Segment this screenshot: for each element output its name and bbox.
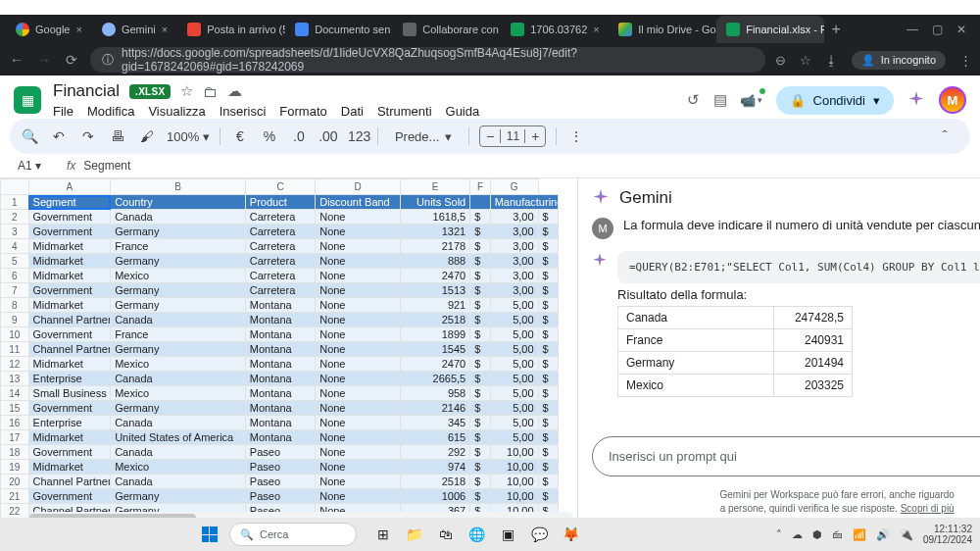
browser-tab[interactable]: 1706.03762× (501, 16, 609, 43)
col-header[interactable]: B (111, 179, 246, 195)
cell[interactable]: 1321 (400, 225, 469, 239)
cell[interactable]: Montana (245, 372, 315, 386)
font-size-plus[interactable]: + (525, 128, 545, 144)
cell[interactable]: None (316, 327, 401, 342)
paint-format-icon[interactable]: 🖌 (137, 128, 157, 144)
font-size-control[interactable]: −11+ (479, 125, 546, 147)
cell[interactable]: $ (470, 298, 490, 313)
row-header[interactable]: 1 (1, 195, 29, 210)
cell[interactable]: Channel Partners (28, 342, 111, 357)
collapse-toolbar-icon[interactable]: ˆ (935, 128, 955, 144)
whatsapp-icon[interactable]: 💬 (529, 524, 551, 545)
cell[interactable]: Germany (111, 489, 246, 504)
cell[interactable]: Montana (245, 342, 315, 357)
row-header[interactable]: 5 (1, 254, 29, 269)
cell[interactable]: None (316, 254, 401, 269)
cell[interactable]: 958 (400, 386, 469, 401)
cell[interactable]: Segment (28, 195, 111, 210)
cell[interactable]: Midmarket (28, 254, 111, 269)
formula-bar[interactable]: Segment (83, 159, 130, 173)
tab-close-icon[interactable]: × (162, 24, 168, 35)
cell[interactable]: None (316, 269, 401, 283)
toolbar-more-icon[interactable]: ⋮ (566, 128, 586, 144)
cell[interactable]: $ (470, 401, 490, 416)
browser-tab[interactable]: Documento sen× (285, 16, 393, 43)
language-icon[interactable]: 🖮 (832, 528, 843, 540)
gemini-spark-icon[interactable] (907, 91, 925, 109)
cell[interactable]: 5,00 (490, 298, 538, 313)
cell[interactable]: Montana (245, 430, 315, 445)
cell[interactable]: $ (538, 475, 558, 489)
start-button[interactable] (196, 523, 223, 546)
cell[interactable]: 3,00 (490, 283, 538, 298)
cell[interactable]: $ (470, 327, 490, 342)
cell[interactable]: None (316, 445, 401, 460)
undo-icon[interactable]: ↶ (49, 128, 69, 144)
cell[interactable]: Midmarket (28, 298, 111, 313)
cell[interactable]: France (111, 327, 246, 342)
cell[interactable]: Germany (111, 225, 246, 239)
cell[interactable]: 5,00 (490, 342, 538, 357)
font-size-minus[interactable]: − (480, 128, 500, 144)
col-header[interactable]: F (470, 179, 490, 195)
cell[interactable]: Small Business (28, 386, 111, 401)
forward-icon[interactable]: → (35, 52, 53, 68)
cloud-icon[interactable]: ☁ (227, 82, 242, 100)
cell[interactable]: $ (538, 401, 558, 416)
cell[interactable]: $ (470, 386, 490, 401)
zoom-icon[interactable]: ⊖ (775, 53, 786, 68)
cell[interactable]: 2470 (400, 269, 469, 283)
cell[interactable]: Paseo (245, 475, 315, 489)
cell[interactable]: Carretera (245, 225, 315, 239)
cell[interactable]: Manufacturing P (490, 195, 558, 210)
cell[interactable]: $ (538, 327, 558, 342)
cell[interactable]: 888 (400, 254, 469, 269)
cell[interactable]: None (316, 386, 401, 401)
cell[interactable]: Midmarket (28, 357, 111, 372)
browser-tab[interactable]: Collaborare con× (393, 16, 501, 43)
cell[interactable]: 5,00 (490, 357, 538, 372)
cell[interactable]: Germany (111, 342, 246, 357)
cell[interactable]: 5,00 (490, 327, 538, 342)
cell[interactable]: France (111, 239, 246, 254)
cell[interactable]: Germany (111, 283, 246, 298)
star-icon[interactable]: ☆ (180, 82, 193, 100)
cell[interactable]: $ (470, 342, 490, 357)
chrome-icon[interactable]: 🌐 (466, 524, 488, 545)
cell[interactable]: Government (28, 210, 111, 225)
cell[interactable]: Government (28, 225, 111, 239)
new-tab-button[interactable]: + (824, 21, 848, 38)
cell[interactable]: None (316, 357, 401, 372)
cell[interactable]: Paseo (245, 489, 315, 504)
cell[interactable]: $ (470, 357, 490, 372)
cell[interactable]: $ (538, 269, 558, 283)
cell[interactable]: Government (28, 283, 111, 298)
cell[interactable]: 3,00 (490, 254, 538, 269)
row-header[interactable]: 16 (1, 416, 29, 430)
cell[interactable]: $ (538, 254, 558, 269)
url-bar[interactable]: ⓘ https://docs.google.com/spreadsheets/d… (90, 47, 765, 73)
cell[interactable]: Carretera (245, 269, 315, 283)
back-icon[interactable]: ← (8, 52, 25, 68)
learn-more-link[interactable]: Scopri di più (901, 503, 955, 514)
redo-icon[interactable]: ↷ (78, 128, 98, 144)
meet-icon[interactable]: 📹▾ (741, 89, 762, 111)
cell[interactable]: $ (470, 430, 490, 445)
cell[interactable]: Carretera (245, 283, 315, 298)
cell[interactable]: Channel Partners (28, 475, 111, 489)
row-header[interactable]: 11 (1, 342, 29, 357)
store-icon[interactable]: 🛍 (435, 524, 457, 545)
cell[interactable]: 3,00 (490, 210, 538, 225)
comments-icon[interactable]: ▤ (713, 91, 727, 109)
cell[interactable]: $ (470, 445, 490, 460)
menu-item[interactable]: Inserisci (220, 104, 267, 119)
cell[interactable]: $ (538, 386, 558, 401)
row-header[interactable]: 7 (1, 283, 29, 298)
menu-item[interactable]: Modifica (87, 104, 134, 119)
cell[interactable]: 5,00 (490, 313, 538, 327)
cell[interactable]: $ (538, 445, 558, 460)
cell[interactable]: Government (28, 489, 111, 504)
cell[interactable]: 1899 (400, 327, 469, 342)
cell[interactable]: None (316, 401, 401, 416)
cell[interactable]: 10,00 (490, 475, 538, 489)
